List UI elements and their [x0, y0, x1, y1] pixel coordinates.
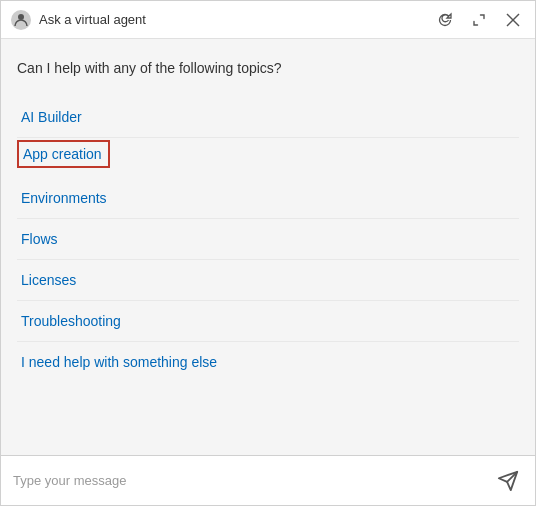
- topic-item-flows[interactable]: Flows: [17, 219, 519, 260]
- svg-point-0: [18, 14, 24, 20]
- send-icon: [497, 470, 519, 492]
- topic-question: Can I help with any of the following top…: [17, 59, 519, 79]
- topic-item-ai-builder[interactable]: AI Builder: [17, 97, 519, 138]
- input-area: [1, 455, 535, 505]
- send-button[interactable]: [493, 466, 523, 496]
- refresh-button[interactable]: [433, 8, 457, 32]
- topic-item-troubleshooting[interactable]: Troubleshooting: [17, 301, 519, 342]
- topic-item-environments[interactable]: Environments: [17, 178, 519, 219]
- title-bar: Ask a virtual agent: [1, 1, 535, 39]
- window-title: Ask a virtual agent: [39, 12, 146, 27]
- topic-list: AI Builder App creation Environments Flo…: [17, 97, 519, 382]
- app-creation-highlight-wrapper: App creation: [17, 140, 519, 172]
- topic-item-something-else[interactable]: I need help with something else: [17, 342, 519, 382]
- topic-item-licenses[interactable]: Licenses: [17, 260, 519, 301]
- chat-area: Can I help with any of the following top…: [1, 39, 535, 455]
- title-controls: [433, 8, 525, 32]
- app-creation-box: App creation: [17, 140, 110, 168]
- virtual-agent-window: Ask a virtual agent Can I help: [0, 0, 536, 506]
- topic-item-app-creation[interactable]: App creation: [23, 144, 102, 164]
- close-button[interactable]: [501, 8, 525, 32]
- expand-button[interactable]: [467, 8, 491, 32]
- title-left: Ask a virtual agent: [11, 10, 146, 30]
- agent-icon: [11, 10, 31, 30]
- message-input[interactable]: [13, 473, 493, 488]
